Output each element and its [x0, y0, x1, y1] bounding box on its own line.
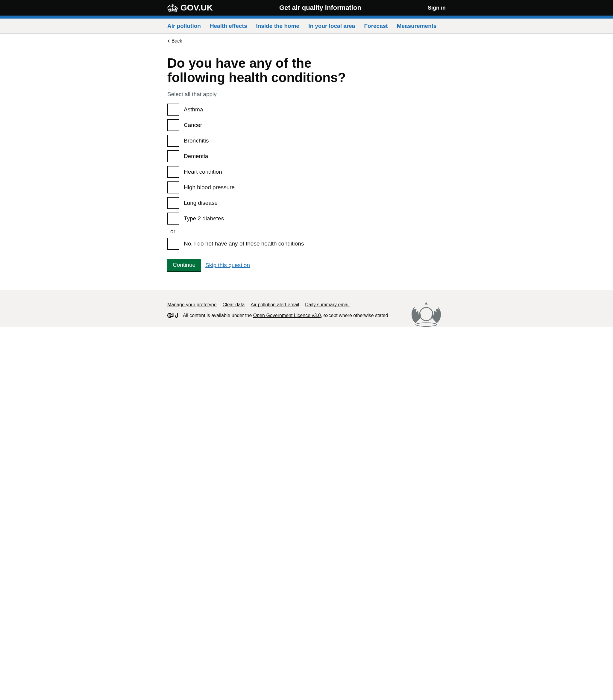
service-title: Get air quality information	[213, 4, 428, 12]
checkbox-label: Dementia	[184, 153, 208, 159]
checkbox-box[interactable]	[167, 166, 179, 178]
signin-link[interactable]: Sign in	[428, 5, 446, 11]
checkbox-box[interactable]	[167, 238, 179, 250]
site-footer: © Crown copyright Manage your prototype …	[0, 290, 613, 327]
question-hint: Select all that apply	[167, 91, 446, 98]
nav-air-pollution[interactable]: Air pollution	[167, 18, 201, 34]
govuk-logo-link[interactable]: GOV.UK	[167, 3, 213, 13]
checkbox-label: No, I do not have any of these health co…	[184, 241, 304, 247]
checkbox-box[interactable]	[167, 104, 179, 116]
footer-link-alert-email[interactable]: Air pollution alert email	[250, 302, 299, 308]
licence-text: All content is available under the Open …	[183, 313, 388, 318]
checkbox-item-none[interactable]: No, I do not have any of these health co…	[167, 238, 446, 250]
checkbox-box[interactable]	[167, 181, 179, 193]
checkbox-item[interactable]: High blood pressure	[167, 181, 446, 193]
checkbox-item[interactable]: Dementia	[167, 150, 446, 162]
checkbox-item[interactable]: Bronchitis	[167, 135, 446, 147]
main-nav: Air pollution Health effects Inside the …	[0, 18, 613, 34]
footer-link-manage-prototype[interactable]: Manage your prototype	[167, 302, 217, 308]
checkbox-item[interactable]: Heart condition	[167, 166, 446, 178]
back-link-text: Back	[171, 38, 182, 44]
nav-measurements[interactable]: Measurements	[397, 18, 437, 34]
footer-licence: All content is available under the Open …	[167, 313, 446, 318]
chevron-left-icon	[167, 39, 170, 43]
checkbox-item[interactable]: Asthma	[167, 104, 446, 116]
checkbox-box[interactable]	[167, 135, 179, 147]
or-divider: or	[170, 228, 446, 235]
ogl-icon	[167, 313, 179, 318]
checkbox-label: Lung disease	[184, 200, 218, 206]
checkbox-item[interactable]: Type 2 diabetes	[167, 212, 446, 224]
checkbox-item[interactable]: Lung disease	[167, 197, 446, 209]
checkbox-group: Asthma Cancer Bronchitis Dementia Heart …	[167, 104, 446, 250]
coat-of-arms-icon	[407, 299, 446, 327]
checkbox-label: High blood pressure	[184, 184, 235, 191]
checkbox-label: Asthma	[184, 106, 203, 113]
skip-link[interactable]: Skip this question	[205, 262, 250, 269]
checkbox-box[interactable]	[167, 150, 179, 162]
nav-forecast[interactable]: Forecast	[364, 18, 388, 34]
checkbox-box[interactable]	[167, 197, 179, 209]
svg-point-1	[416, 323, 437, 326]
footer-links: Manage your prototype Clear data Air pol…	[167, 302, 446, 308]
site-header: GOV.UK Get air quality information Sign …	[0, 0, 613, 18]
nav-local-area[interactable]: In your local area	[308, 18, 355, 34]
checkbox-label: Bronchitis	[184, 138, 209, 144]
page-heading: Do you have any of the following health …	[167, 56, 351, 85]
footer-link-daily-summary[interactable]: Daily summary email	[305, 302, 349, 308]
main-content: Do you have any of the following health …	[163, 44, 450, 290]
checkbox-item[interactable]: Cancer	[167, 119, 446, 131]
nav-inside-home[interactable]: Inside the home	[256, 18, 299, 34]
checkbox-label: Heart condition	[184, 169, 222, 175]
continue-button[interactable]: Continue	[167, 259, 201, 272]
back-link[interactable]: Back	[167, 38, 182, 44]
checkbox-label: Type 2 diabetes	[184, 215, 224, 222]
govuk-logo-text: GOV.UK	[181, 3, 213, 13]
svg-point-0	[420, 308, 433, 321]
checkbox-label: Cancer	[184, 122, 202, 128]
checkbox-box[interactable]	[167, 212, 179, 224]
footer-link-clear-data[interactable]: Clear data	[223, 302, 245, 308]
footer-coat-arms: © Crown copyright	[406, 299, 446, 327]
nav-health-effects[interactable]: Health effects	[210, 18, 247, 34]
ogl-link[interactable]: Open Government Licence v3.0	[253, 313, 321, 318]
checkbox-box[interactable]	[167, 119, 179, 131]
crown-icon	[167, 3, 178, 12]
